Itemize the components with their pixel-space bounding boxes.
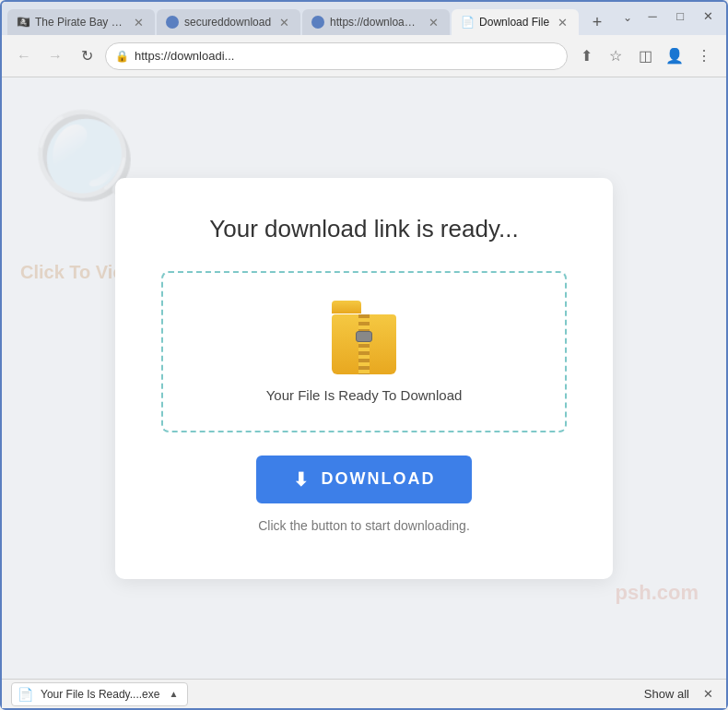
bookmark-button[interactable]: ☆ [603,43,628,69]
address-text: https://downloadi... [135,49,558,63]
zip-zipper [356,331,372,342]
tab-dropdown-button[interactable]: ⌄ [617,6,638,26]
title-bar: 🏴‍☠️ The Pirate Bay - T... ✕ secureddown… [2,2,726,35]
card-title: Your download link is ready... [161,215,567,243]
tab-label-piratebay: The Pirate Bay - T... [35,16,125,29]
tab-secureddownload[interactable]: secureddownload ✕ [157,9,300,35]
click-instruction: Click the button to start downloading. [161,518,567,533]
tab-download-file[interactable]: 📄 Download File ✕ [452,9,579,35]
tab-close-https[interactable]: ✕ [426,16,440,30]
extensions-button[interactable]: ◫ [632,43,658,69]
maximize-button[interactable]: □ [667,6,693,26]
tab-favicon-secured [166,16,179,29]
tab-close-piratebay[interactable]: ✕ [131,16,146,30]
window-controls: ⌄ ─ □ ✕ [617,2,721,26]
address-input[interactable]: 🔒 https://downloadi... [105,42,568,70]
download-btn-label: DOWNLOAD [322,469,436,489]
tabs-area: 🏴‍☠️ The Pirate Bay - T... ✕ secureddown… [7,2,610,35]
tab-label-download: Download File [479,16,549,29]
profile-button[interactable]: 👤 [662,43,687,69]
download-filename: Your File Is Ready....exe [41,688,159,701]
zip-folder-tab [332,301,361,314]
file-ready-text: Your File Is Ready To Download [266,387,463,403]
download-btn-icon: ⬇ [293,468,311,491]
file-preview-box: Your File Is Ready To Download [161,271,567,432]
download-card: Your download link is ready... Your File… [115,178,613,579]
status-bar-close-button[interactable]: ✕ [699,685,717,704]
back-button[interactable]: ← [11,43,37,69]
close-button[interactable]: ✕ [695,6,721,26]
refresh-button[interactable]: ↻ [74,43,100,69]
address-actions: ⬆ ☆ ◫ 👤 ⋮ [573,43,717,69]
zip-folder-icon [332,301,396,374]
tab-piratebay[interactable]: 🏴‍☠️ The Pirate Bay - T... ✕ [7,9,155,35]
tab-favicon-download: 📄 [461,16,474,29]
tab-label-secured: secureddownload [184,16,271,29]
status-bar: 📄 Your File Is Ready....exe ▲ Show all ✕ [2,679,726,708]
tab-close-secured[interactable]: ✕ [276,16,291,30]
zip-stripe [358,314,370,374]
address-bar: ← → ↻ 🔒 https://downloadi... ⬆ ☆ ◫ 👤 ⋮ [2,35,726,77]
tab-https[interactable]: https://downloadi... ✕ [302,9,450,35]
download-chevron-icon: ▲ [169,689,178,699]
download-status-item[interactable]: 📄 Your File Is Ready....exe ▲ [11,682,188,706]
zip-folder-body [332,314,396,374]
menu-button[interactable]: ⋮ [691,43,717,69]
tab-label-https: https://downloadi... [330,16,420,29]
new-tab-button[interactable]: + [584,9,610,35]
browser-window: 🏴‍☠️ The Pirate Bay - T... ✕ secureddown… [0,0,728,710]
watermark-domain: psh.com [616,581,699,605]
tab-close-download[interactable]: ✕ [555,16,569,30]
share-button[interactable]: ⬆ [573,43,599,69]
tab-favicon-https [311,16,324,29]
lock-icon: 🔒 [115,50,129,63]
tab-favicon-piratebay: 🏴‍☠️ [17,16,29,29]
minimize-button[interactable]: ─ [640,6,665,26]
page-content: 🔍 PSH Click To View psh.com Your downloa… [2,77,726,679]
forward-button[interactable]: → [42,43,68,69]
show-all-button[interactable]: Show all [644,687,689,701]
download-button[interactable]: ⬇ DOWNLOAD [256,456,473,503]
download-status-icon: 📄 [18,687,33,702]
